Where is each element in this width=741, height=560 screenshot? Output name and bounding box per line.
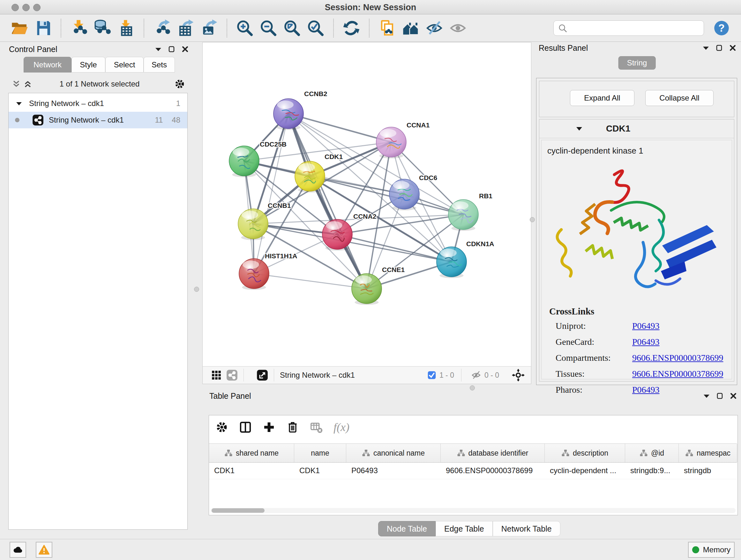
main-toolbar: ? xyxy=(0,14,741,42)
import-table-from-file-button[interactable] xyxy=(116,18,136,38)
crosslink-label: Uniprot: xyxy=(556,321,632,331)
section-expander-icon[interactable] xyxy=(576,126,583,131)
network-edge-count: 48 xyxy=(172,116,180,125)
import-network-from-database-button[interactable] xyxy=(92,18,112,38)
column-header-canonical-name[interactable]: canonical name xyxy=(346,444,441,462)
table-cell: stringdb xyxy=(679,462,737,479)
network-node-CDC6[interactable]: CDC6 xyxy=(389,174,437,210)
table-cell: 9606.ENSP00000378699 xyxy=(441,462,545,479)
expand-all-tree-icon[interactable] xyxy=(23,80,32,88)
panel-menu-icon[interactable] xyxy=(703,46,709,50)
title-bar: Session: New Session xyxy=(0,0,741,14)
protein-section-header[interactable]: CDK1 xyxy=(539,119,734,138)
network-node-RB1[interactable]: RB1 xyxy=(448,192,492,231)
column-header-name[interactable]: name xyxy=(294,444,346,462)
crosslink-value-link[interactable]: P06493 xyxy=(632,337,660,347)
tab-network-table[interactable]: Network Table xyxy=(493,521,560,537)
show-columns-icon[interactable] xyxy=(239,421,252,434)
apply-preferred-layout-button[interactable] xyxy=(341,18,361,38)
save-session-button[interactable] xyxy=(33,18,53,38)
column-header-shared-name[interactable]: shared name xyxy=(209,444,294,462)
zoom-in-icon xyxy=(236,19,253,37)
control-panel: Control Panel NetworkStyleSelectSets 1 o… xyxy=(4,44,191,532)
float-panel-icon[interactable] xyxy=(717,393,723,399)
zoom-in-button[interactable] xyxy=(235,18,255,38)
tab-style[interactable]: Style xyxy=(71,57,105,72)
left-splitter-handle[interactable] xyxy=(194,287,199,292)
close-panel-icon[interactable] xyxy=(730,393,737,399)
network-options-gear-icon[interactable] xyxy=(174,78,185,89)
help-button[interactable]: ? xyxy=(712,18,731,38)
export-table-icon xyxy=(177,19,194,37)
clone-network-icon xyxy=(379,19,396,37)
show-all-button[interactable] xyxy=(448,18,468,38)
search-input[interactable] xyxy=(570,22,699,34)
selected-checkbox-icon[interactable] xyxy=(427,371,436,380)
float-panel-icon[interactable] xyxy=(716,45,723,51)
horizontal-scrollbar-track[interactable] xyxy=(211,508,736,513)
horizontal-splitter-handle[interactable] xyxy=(470,385,475,390)
zoom-fit-content-icon xyxy=(283,19,300,37)
column-header-database-identifier[interactable]: database identifier xyxy=(441,444,545,462)
open-in-window-icon[interactable] xyxy=(257,369,268,381)
clone-network-button[interactable] xyxy=(377,18,397,38)
float-panel-icon[interactable] xyxy=(169,46,175,52)
crosslink-value-link[interactable]: P06493 xyxy=(632,321,660,331)
export-network-button[interactable] xyxy=(152,18,172,38)
panel-menu-icon[interactable] xyxy=(155,47,161,51)
tab-edge-table[interactable]: Edge Table xyxy=(435,521,493,537)
network-node-HIST1H1A[interactable]: HIST1H1A xyxy=(239,252,297,290)
grid-view-icon[interactable] xyxy=(211,370,222,381)
crosslink-value-link[interactable]: 9606.ENSP00000378699 xyxy=(632,369,723,379)
close-panel-icon[interactable] xyxy=(182,46,188,52)
network-collection-row[interactable]: String Network – cdk1 1 xyxy=(9,96,187,111)
create-column-icon[interactable] xyxy=(263,421,275,434)
table-gear-icon[interactable] xyxy=(215,421,228,434)
close-panel-icon[interactable] xyxy=(730,45,736,51)
column-header-description[interactable]: description xyxy=(545,444,625,462)
tab-network[interactable]: Network xyxy=(23,57,71,72)
first-neighbors-button[interactable] xyxy=(401,18,421,38)
column-header-namespac[interactable]: namespac xyxy=(679,444,737,462)
warnings-button[interactable] xyxy=(36,542,52,558)
delete-column-icon[interactable] xyxy=(286,421,299,434)
export-image-button[interactable] xyxy=(199,18,219,38)
network-node-CDKN1A[interactable]: CDKN1A xyxy=(436,240,494,278)
expand-all-button[interactable]: Expand All xyxy=(570,90,634,106)
network-node-CCNB1[interactable]: CCNB1 xyxy=(238,202,291,240)
warning-icon xyxy=(39,544,50,555)
tab-sets[interactable]: Sets xyxy=(144,57,175,72)
help-icon: ? xyxy=(713,20,730,37)
import-network-from-file-button[interactable] xyxy=(69,18,89,38)
panel-menu-icon[interactable] xyxy=(703,394,710,398)
network-row-selected[interactable]: String Network – cdk1 11 48 xyxy=(9,112,187,128)
network-node-CDK1[interactable]: CDK1 xyxy=(295,153,343,192)
memory-status-button[interactable]: Memory xyxy=(688,542,735,558)
hide-selected-button[interactable] xyxy=(424,18,444,38)
zoom-selected-region-button[interactable] xyxy=(306,18,326,38)
column-type-icon xyxy=(685,449,693,457)
delete-table-icon xyxy=(310,421,323,434)
table-cell: stringdb:9... xyxy=(625,462,679,479)
tab-select[interactable]: Select xyxy=(105,57,144,72)
zoom-fit-content-button[interactable] xyxy=(282,18,302,38)
birdseye-view-icon[interactable] xyxy=(226,369,238,381)
tree-expander-icon[interactable] xyxy=(16,102,22,106)
zoom-out-button[interactable] xyxy=(259,18,278,38)
open-session-button[interactable] xyxy=(10,18,29,38)
tab-node-table[interactable]: Node Table xyxy=(378,521,435,537)
export-table-button[interactable] xyxy=(176,18,195,38)
table-row[interactable]: CDK1CDK1P064939606.ENSP00000378699cyclin… xyxy=(209,462,737,479)
crosslink-value-link[interactable]: 9606.ENSP00000378699 xyxy=(632,353,723,363)
network-node-CCNA1[interactable]: CCNA1 xyxy=(376,121,430,159)
horizontal-scrollbar-thumb[interactable] xyxy=(212,508,265,513)
pan-crosshair-icon[interactable] xyxy=(512,369,525,381)
results-tab-string[interactable]: String xyxy=(618,56,656,70)
cloud-status-button[interactable] xyxy=(10,542,26,558)
collapse-all-button[interactable]: Collapse All xyxy=(645,90,714,106)
column-header-@id[interactable]: @id xyxy=(625,444,679,462)
network-canvas[interactable]: CCNB2CCNA1CDC25BCDK1CDC6RB1CCNB1CCNA2CDK… xyxy=(203,43,531,366)
right-splitter-handle[interactable] xyxy=(530,217,535,222)
collapse-all-tree-icon[interactable] xyxy=(12,80,20,88)
network-collection-label: String Network – cdk1 xyxy=(29,99,104,108)
